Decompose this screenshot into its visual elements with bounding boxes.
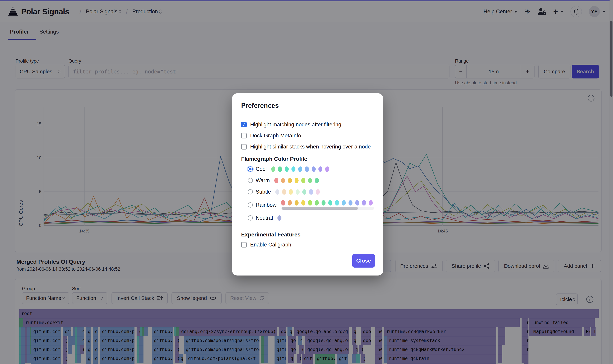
checkbox-label: Dock Graph MetaInfo <box>250 132 301 139</box>
color-swatch <box>275 189 279 195</box>
color-swatch <box>328 200 332 206</box>
checkbox[interactable] <box>241 144 247 150</box>
color-swatch <box>349 200 352 206</box>
close-button[interactable]: Close <box>352 254 375 268</box>
color-swatch <box>289 189 293 195</box>
checkbox-label: Highlight similar stacks when hovering o… <box>250 144 371 150</box>
callgraph-option: Enable Callgraph <box>241 242 374 248</box>
checkbox[interactable] <box>241 133 247 138</box>
color-swatch <box>325 167 329 172</box>
color-profile-heading: Flamegraph Color Profile <box>241 156 374 162</box>
color-swatch <box>281 178 285 183</box>
radio[interactable] <box>248 167 253 172</box>
color-swatches <box>274 178 374 183</box>
color-swatches <box>271 167 374 172</box>
color-swatch <box>271 167 275 172</box>
swatch-scroll-area <box>281 200 374 210</box>
color-swatch <box>288 200 292 206</box>
dialog-options: ✓Highlight matching nodes after filterin… <box>241 121 374 150</box>
horizontal-scrollbar <box>281 207 374 210</box>
color-swatch <box>288 178 292 183</box>
preferences-dialog: Preferences ✓Highlight matching nodes af… <box>232 93 383 275</box>
app-screen: Polar Signals / Polar Signals / Producti… <box>0 0 613 364</box>
color-swatch <box>281 200 285 206</box>
radio[interactable] <box>248 189 253 195</box>
color-swatch <box>301 200 305 206</box>
color-swatch <box>285 167 289 172</box>
color-swatch <box>335 200 339 206</box>
color-profile-neutral: Neutral <box>248 215 374 221</box>
color-swatch <box>312 167 316 172</box>
color-swatch <box>274 178 278 183</box>
profile-name: Cool <box>256 166 267 172</box>
radio[interactable] <box>248 215 253 221</box>
color-swatch <box>315 178 319 183</box>
color-swatch <box>282 189 286 195</box>
profile-name: Subtle <box>256 189 271 195</box>
profile-name: Warm <box>256 177 270 183</box>
checkbox[interactable]: ✓ <box>241 122 247 127</box>
color-swatch <box>308 200 312 206</box>
color-swatch <box>355 200 359 206</box>
color-swatch <box>362 200 366 206</box>
color-swatch <box>295 200 299 206</box>
color-swatch <box>308 178 312 183</box>
color-swatch <box>369 200 373 206</box>
radio[interactable] <box>248 202 253 208</box>
checkbox-label: Highlight matching nodes after filtering <box>250 121 341 128</box>
color-swatch <box>342 200 346 206</box>
checkbox[interactable] <box>241 242 247 247</box>
dialog-option: ✓Highlight matching nodes after filterin… <box>241 121 374 128</box>
radio[interactable] <box>248 178 253 183</box>
color-swatch <box>295 178 299 183</box>
color-swatch <box>302 189 306 195</box>
profile-name: Rainbow <box>256 202 277 208</box>
color-profile-cool: Cool <box>248 166 374 172</box>
color-swatch <box>296 189 300 195</box>
color-profile-warm: Warm <box>248 177 374 183</box>
color-swatch <box>301 178 305 183</box>
dialog-option: Highlight similar stacks when hovering o… <box>241 144 374 150</box>
color-swatch <box>322 200 326 206</box>
color-swatch <box>291 167 295 172</box>
color-swatches <box>277 215 374 221</box>
color-swatch <box>305 167 309 172</box>
callgraph-checkbox-row: Enable Callgraph <box>241 242 374 248</box>
checkbox-label: Enable Callgraph <box>250 242 291 248</box>
scrollbar-thumb[interactable] <box>282 207 358 210</box>
color-swatches <box>281 200 374 206</box>
color-profile-subtle: Subtle <box>248 189 374 195</box>
color-profile-rainbow: Rainbow <box>248 200 374 210</box>
experimental-heading: Experimental Features <box>241 232 374 238</box>
color-swatch <box>318 167 322 172</box>
color-swatches <box>275 189 374 195</box>
color-swatch <box>277 215 281 221</box>
color-swatch <box>278 167 282 172</box>
color-swatch <box>315 200 319 206</box>
dialog-option: Dock Graph MetaInfo <box>241 132 374 139</box>
color-profile-list: CoolWarmSubtleRainbowNeutral <box>241 166 374 221</box>
color-swatch <box>316 189 320 195</box>
dialog-title: Preferences <box>241 102 374 109</box>
color-swatch <box>309 189 313 195</box>
color-swatch <box>298 167 302 172</box>
profile-name: Neutral <box>256 215 273 221</box>
